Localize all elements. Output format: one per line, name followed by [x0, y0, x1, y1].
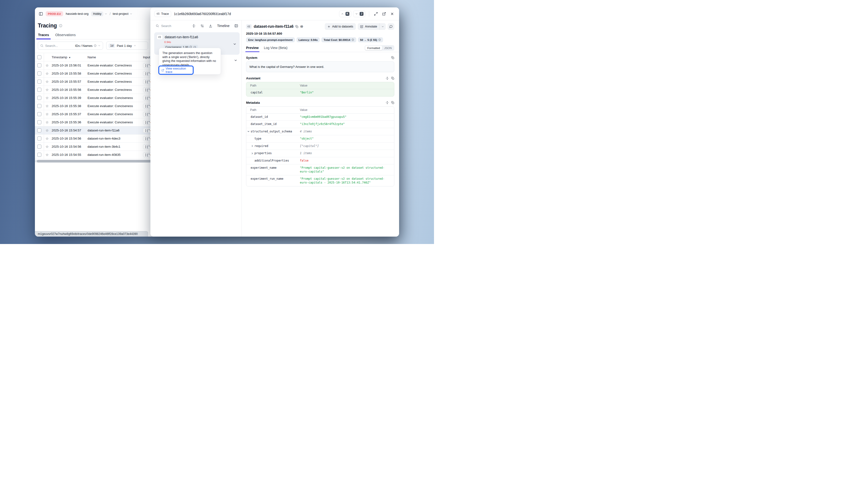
row-checkbox[interactable] [37, 88, 41, 92]
annotate-button[interactable]: Annotate [358, 23, 379, 30]
bookmark-star-icon[interactable]: ☆ [44, 88, 50, 92]
bookmark-star-icon[interactable]: ☆ [44, 96, 50, 100]
detail-tabs: PreviewLog View (Beta) [246, 46, 287, 52]
row-checkbox[interactable] [37, 144, 41, 149]
row-checkbox-cell [35, 143, 44, 151]
add-to-datasets-button[interactable]: Add to datasets [325, 23, 356, 30]
row-checkbox[interactable] [37, 153, 41, 157]
row-name: dataset-run-item-f11a6 [88, 129, 143, 132]
kv-value: "Prompt capital-guesser-v2 on dataset st… [300, 166, 394, 173]
bookmark-star-icon[interactable]: ☆ [44, 120, 50, 125]
bookmark-star-icon[interactable]: ☆ [44, 79, 50, 84]
collapse-panel-icon[interactable] [234, 24, 238, 28]
trace-node-icon [157, 34, 163, 40]
row-checkbox[interactable] [37, 79, 41, 84]
view-settings-icon[interactable] [200, 24, 204, 28]
row-checkbox-cell [35, 94, 44, 102]
metadata-section: Metadata [246, 101, 394, 187]
comments-button[interactable] [388, 23, 394, 30]
row-timestamp: 2025-10-16 15:54:56 [52, 145, 88, 149]
search-input[interactable]: Search... IDs / Names [38, 41, 103, 50]
date-range-filter[interactable]: 1d Past 1 day [106, 41, 148, 50]
col-timestamp[interactable]: Timestamp ▼ [52, 56, 88, 59]
second-node-chevron[interactable] [234, 59, 238, 62]
open-in-new-window-button[interactable] [382, 12, 386, 16]
expand-fullscreen-button[interactable] [374, 12, 378, 16]
nav-next-button[interactable]: J [353, 10, 365, 17]
plus-icon [327, 25, 331, 28]
info-icon[interactable] [59, 24, 62, 28]
row-checkbox[interactable] [37, 136, 41, 140]
kv-value: 4 items [300, 130, 394, 134]
id-toggle[interactable]: ID [300, 25, 303, 28]
divider [369, 11, 369, 17]
detail-tab-preview[interactable]: Preview [246, 46, 259, 52]
bookmark-star-icon[interactable]: ☆ [44, 153, 50, 157]
close-button[interactable] [390, 12, 394, 16]
time-range-label: Past 1 day [117, 44, 132, 47]
col-name[interactable]: Name [88, 56, 143, 59]
copy-icon[interactable] [391, 56, 394, 59]
row-checkbox[interactable] [37, 128, 41, 132]
search-scope-selector[interactable]: IDs / Names [75, 44, 101, 47]
tree-search-input[interactable]: Search [161, 24, 171, 28]
row-name: dataset-run-item-4dec3 [88, 137, 143, 140]
tab-traces[interactable]: Traces [38, 33, 49, 39]
collapse-all-icon[interactable] [192, 24, 195, 28]
row-checkbox[interactable] [37, 63, 41, 67]
search-scope-label: IDs / Names [75, 44, 93, 47]
detail-tab-log-view-beta[interactable]: Log View (Beta) [264, 46, 288, 52]
chevron-down-icon[interactable] [247, 130, 251, 134]
view-execution-trace-link[interactable]: View execution trace [159, 67, 193, 74]
observation-detail-pane: dataset-run-item-f11a6 ID Add to dataset… [242, 20, 399, 237]
chevron-right-icon[interactable] [251, 144, 254, 148]
tab-observations[interactable]: Observations [55, 33, 75, 39]
select-all-checkbox[interactable] [37, 55, 41, 59]
bookmark-star-icon[interactable]: ☆ [44, 104, 50, 108]
badge-label: 50 → 5 (Σ 55) [360, 38, 377, 41]
timeline-toggle[interactable]: Timeline [217, 24, 229, 28]
view-execution-trace-highlight: View execution trace [158, 65, 194, 75]
download-icon[interactable] [209, 24, 212, 28]
project-selector[interactable]: test-project [113, 12, 132, 15]
row-checkbox[interactable] [37, 112, 41, 116]
kv-value: "Berlin" [300, 91, 394, 95]
expand-rows-icon[interactable] [386, 101, 389, 104]
row-checkbox[interactable] [37, 71, 41, 75]
row-checkbox[interactable] [37, 104, 41, 108]
info-icon [351, 38, 354, 41]
annotate-dropdown-chevron[interactable] [379, 23, 386, 30]
kv-path: dataset_item_id [251, 122, 276, 126]
sidebar-toggle-icon[interactable] [39, 12, 43, 16]
bookmark-star-icon[interactable]: ☆ [44, 63, 50, 68]
row-checkbox-cell [35, 78, 44, 86]
format-option-json[interactable]: JSON [382, 46, 394, 50]
system-section-title: System [246, 56, 257, 60]
format-option-formatted[interactable]: Formatted [365, 46, 382, 50]
col-input[interactable]: Input [143, 56, 150, 59]
chevron-down-icon [355, 12, 358, 15]
row-checkbox[interactable] [37, 96, 41, 100]
copy-icon[interactable] [391, 77, 394, 80]
detail-tabs-row: PreviewLog View (Beta) FormattedJSON [242, 45, 399, 52]
collapse-node-chevron[interactable] [233, 42, 237, 46]
bookmark-star-icon[interactable]: ☆ [44, 144, 50, 149]
kv-row: structured_output_schema4 items [246, 128, 394, 135]
plan-selector[interactable]: Hobby [91, 11, 107, 16]
expand-rows-icon[interactable] [386, 77, 389, 80]
org-name[interactable]: hassieb-test-org [66, 12, 89, 15]
row-timestamp: 2025-10-16 15:54:56 [52, 137, 88, 140]
bookmark-star-icon[interactable]: ☆ [44, 71, 50, 76]
bookmark-star-icon[interactable]: ☆ [44, 136, 50, 141]
select-all-cell [35, 53, 44, 61]
chevron-right-icon[interactable] [251, 152, 254, 155]
bookmark-star-icon[interactable]: ☆ [44, 112, 50, 117]
shortcut-key-k: K [345, 12, 349, 16]
bookmark-star-icon[interactable]: ☆ [44, 128, 50, 133]
nav-previous-button[interactable]: K [339, 10, 351, 17]
row-checkbox[interactable] [37, 120, 41, 124]
environment-badge: PROD-EU [46, 11, 63, 16]
copy-name-icon[interactable] [295, 25, 299, 28]
badge-label: Total Cost: $0.00014 [323, 38, 350, 41]
copy-icon[interactable] [391, 101, 394, 104]
